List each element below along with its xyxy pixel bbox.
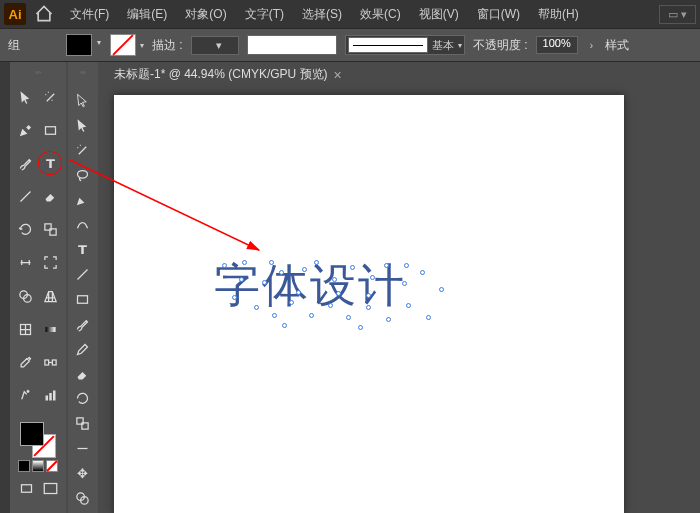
- anchor-point[interactable]: [402, 281, 407, 286]
- opacity-input[interactable]: 100%: [536, 36, 578, 54]
- layout-switcher[interactable]: ▭ ▾: [659, 5, 696, 24]
- lasso-tool-2[interactable]: [71, 165, 93, 186]
- anchor-point[interactable]: [222, 263, 227, 268]
- eyedropper-tool[interactable]: [14, 351, 36, 373]
- document-tab[interactable]: 未标题-1* @ 44.94% (CMYK/GPU 预览) ×: [106, 62, 350, 87]
- anchor-point[interactable]: [384, 263, 389, 268]
- gradient-tool[interactable]: [39, 318, 61, 340]
- selection-tool[interactable]: [14, 86, 36, 108]
- menu-edit[interactable]: 编辑(E): [119, 2, 175, 27]
- menu-select[interactable]: 选择(S): [294, 2, 350, 27]
- anchor-point[interactable]: [232, 295, 237, 300]
- extra-field[interactable]: [247, 35, 337, 55]
- anchor-point[interactable]: [346, 315, 351, 320]
- menu-effect[interactable]: 效果(C): [352, 2, 409, 27]
- anchor-point[interactable]: [272, 313, 277, 318]
- stroke-weight-dropdown[interactable]: ▾: [191, 36, 239, 55]
- anchor-point[interactable]: [302, 267, 307, 272]
- anchor-point[interactable]: [336, 291, 341, 296]
- paintbrush-tool-2[interactable]: [71, 314, 93, 335]
- rectangle-tool-2[interactable]: [71, 289, 93, 310]
- anchor-point[interactable]: [289, 300, 294, 305]
- shape-builder-tool-2[interactable]: [71, 488, 93, 509]
- line-tool-2[interactable]: [71, 264, 93, 285]
- stroke-swatch[interactable]: [110, 34, 136, 56]
- screen-mode-full[interactable]: [39, 478, 61, 500]
- selection-tool-2[interactable]: [71, 90, 93, 111]
- anchor-point[interactable]: [366, 305, 371, 310]
- anchor-point[interactable]: [404, 263, 409, 268]
- anchor-point[interactable]: [269, 260, 274, 265]
- column-graph-tool[interactable]: [39, 385, 61, 407]
- anchor-point[interactable]: [262, 280, 267, 285]
- magic-wand-tool-2[interactable]: [71, 140, 93, 161]
- menu-file[interactable]: 文件(F): [62, 2, 117, 27]
- foreground-background-color[interactable]: [20, 422, 56, 458]
- menu-object[interactable]: 对象(O): [177, 2, 234, 27]
- eraser-tool[interactable]: [39, 186, 61, 208]
- fill-swatch[interactable]: [66, 34, 92, 56]
- scale-tool-2[interactable]: [71, 413, 93, 434]
- anchor-point[interactable]: [242, 260, 247, 265]
- anchor-point[interactable]: [328, 303, 333, 308]
- anchor-point[interactable]: [279, 270, 284, 275]
- anchor-point[interactable]: [420, 270, 425, 275]
- rotate-tool-2[interactable]: [71, 389, 93, 410]
- direct-selection-tool-2[interactable]: [71, 115, 93, 136]
- magic-wand-tool[interactable]: [39, 86, 61, 108]
- anchor-point[interactable]: [309, 313, 314, 318]
- rectangle-tool[interactable]: [39, 119, 61, 141]
- menu-window[interactable]: 窗口(W): [469, 2, 528, 27]
- free-transform-tool[interactable]: [39, 252, 61, 274]
- type-tool[interactable]: [39, 152, 61, 174]
- curvature-tool-2[interactable]: [71, 214, 93, 235]
- color-mode-gradient[interactable]: [32, 460, 44, 472]
- anchor-point[interactable]: [386, 317, 391, 322]
- svg-rect-6: [45, 327, 55, 332]
- anchor-point[interactable]: [254, 305, 259, 310]
- document-tab-title: 未标题-1* @ 44.94% (CMYK/GPU 预览): [114, 66, 328, 83]
- brush-tool[interactable]: [14, 152, 36, 174]
- anchor-point[interactable]: [366, 293, 371, 298]
- svg-rect-15: [77, 296, 87, 304]
- pen-tool[interactable]: [14, 119, 36, 141]
- foreground-color[interactable]: [20, 422, 44, 446]
- color-mode-solid[interactable]: [18, 460, 30, 472]
- home-icon[interactable]: [34, 4, 54, 24]
- pen-tool-2[interactable]: [71, 190, 93, 211]
- width-tool-2[interactable]: [71, 438, 93, 459]
- anchor-point[interactable]: [282, 323, 287, 328]
- anchor-point[interactable]: [439, 287, 444, 292]
- width-tool[interactable]: [14, 252, 36, 274]
- menu-help[interactable]: 帮助(H): [530, 2, 587, 27]
- anchor-point[interactable]: [239, 277, 244, 282]
- perspective-tool[interactable]: [39, 285, 61, 307]
- menu-view[interactable]: 视图(V): [411, 2, 467, 27]
- pencil-tool-2[interactable]: [71, 339, 93, 360]
- style-preview[interactable]: [348, 37, 428, 53]
- eraser-tool-2[interactable]: [71, 364, 93, 385]
- anchor-point[interactable]: [314, 260, 319, 265]
- close-icon[interactable]: ×: [334, 67, 342, 83]
- shape-builder-tool[interactable]: [14, 285, 36, 307]
- menu-text[interactable]: 文字(T): [237, 2, 292, 27]
- rotate-tool[interactable]: [14, 219, 36, 241]
- type-tool-2[interactable]: [71, 239, 93, 260]
- anchor-point[interactable]: [370, 275, 375, 280]
- anchor-point[interactable]: [296, 290, 301, 295]
- line-tool[interactable]: [14, 186, 36, 208]
- anchor-point[interactable]: [358, 325, 363, 330]
- artboard[interactable]: 字体设计: [114, 95, 624, 513]
- symbol-sprayer-tool[interactable]: [14, 385, 36, 407]
- next-arrow-icon[interactable]: ›: [586, 40, 597, 51]
- anchor-point[interactable]: [426, 315, 431, 320]
- screen-mode-normal[interactable]: [15, 478, 37, 500]
- mesh-tool[interactable]: [14, 318, 36, 340]
- scale-tool[interactable]: [39, 219, 61, 241]
- anchor-point[interactable]: [406, 303, 411, 308]
- free-transform-tool-2[interactable]: ✥: [71, 463, 93, 484]
- anchor-point[interactable]: [350, 265, 355, 270]
- anchor-point[interactable]: [332, 277, 337, 282]
- color-mode-none[interactable]: [46, 460, 58, 472]
- blend-tool[interactable]: [39, 351, 61, 373]
